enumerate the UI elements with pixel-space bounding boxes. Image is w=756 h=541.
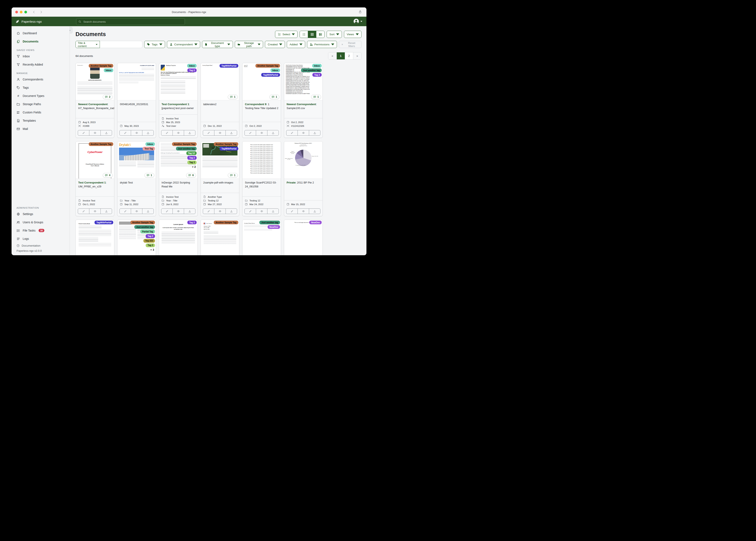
edit-button[interactable] [245,130,256,136]
user-menu[interactable] [353,18,362,24]
tag-chip[interactable]: TagWithPartial [95,221,113,224]
filter-correspondent-button[interactable]: Correspondent [167,41,200,48]
tag-chip[interactable]: Tag 2 [187,156,197,160]
comment-count-badge[interactable]: 1 [144,173,154,178]
filter-created-button[interactable]: Created [265,41,285,48]
search-field-selector[interactable]: Title & content [76,41,100,48]
comment-count-badge[interactable]: 2 [103,95,113,99]
document-title[interactable]: Private: 2011 BP Pie 2 [284,179,322,186]
sidebar-item-document-types[interactable]: #Document Types [12,92,70,100]
sidebar-item-storage-paths[interactable]: Storage Paths [12,100,70,108]
minimize-window-button[interactable] [20,11,22,13]
view-button[interactable] [256,209,267,214]
comment-count-badge[interactable]: 4 [103,173,113,178]
document-preview[interactable]: Another Sample TagTagWithPartial1 [201,142,239,179]
download-button[interactable] [184,209,195,214]
download-button[interactable] [100,130,112,136]
sidebar-collapse-button[interactable]: « [70,27,72,33]
tag-chip[interactable]: Tag 3 [187,161,197,164]
tag-chip[interactable]: Inbox [104,68,113,72]
download-button[interactable] [267,209,279,214]
document-title[interactable]: Test Correspondent 1: [paperless] test p… [159,100,197,111]
edit-button[interactable] [245,209,256,214]
page-«[interactable]: « [328,52,337,59]
document-preview[interactable]: Contact Sheet DemoJust another tagNewOne [242,220,281,255]
view-mode-view-rows[interactable] [316,31,324,38]
views-button[interactable]: Views [344,31,361,38]
view-button[interactable] [89,130,100,136]
edit-button[interactable] [203,130,214,136]
document-preview[interactable]: DrylabNInboxTest Tag1 [117,142,156,179]
tag-chip[interactable]: NewOne [309,221,322,224]
download-button[interactable] [309,130,320,136]
document-title[interactable]: drylab Test [117,179,156,186]
tag-chip[interactable]: Inbox [271,68,280,72]
view-button[interactable] [89,209,100,214]
tag-chip[interactable]: Another Sample Tag [89,64,113,68]
sidebar-item-file-tasks[interactable]: File Tasks16 [12,227,70,235]
sidebar-item-mail[interactable]: Mail [12,125,70,133]
tag-chip[interactable]: Another Sample Tag [214,142,238,146]
comment-count-badge[interactable]: 1 [269,95,279,99]
tag-chip[interactable]: Another Sample Tag [130,221,155,224]
document-preview[interactable]: ✻ BANK OF SCOTLAND2,0 % p. a. auf Ihr Ta… [117,63,156,100]
document-preview[interactable]: Medical TeacherHas the new Kirkpatrick g… [159,63,197,100]
edit-button[interactable] [161,209,172,214]
document-title[interactable]: InDesign 2022 Scripting Read Me [159,179,197,190]
app-brand[interactable]: Paperless-ngx [15,19,42,24]
edit-button[interactable] [78,209,89,214]
documentation-link[interactable]: Documentation [17,244,70,247]
page-»[interactable]: » [353,52,361,59]
comment-count-badge[interactable]: 1 [228,95,238,99]
document-title[interactable]: Correspondent 9: 1 Testing New Title Upd… [242,100,281,111]
comment-count-badge[interactable]: 1 [311,95,321,99]
view-mode-view-list[interactable] [300,31,308,38]
view-button[interactable] [298,130,309,136]
edit-button[interactable] [286,130,298,136]
tag-chip[interactable]: Another Sample Tag [255,64,280,68]
sidebar-item-inbox[interactable]: Inbox [12,52,70,60]
document-preview[interactable]: This is a test for the double space char… [242,142,281,179]
tag-chip[interactable]: Inbox [312,64,322,68]
browser-forward-icon[interactable] [40,11,43,14]
document-preview[interactable]: French Country BreadTagWithPartial [76,220,114,255]
edit-button[interactable] [78,130,89,136]
tag-chip[interactable]: Tag 2 [312,73,322,77]
view-button[interactable] [131,209,142,214]
page-1[interactable]: 1 [337,52,345,59]
tag-chip[interactable]: Tag 222 [143,239,155,243]
document-title[interactable]: Newest Correspondent: H7_Napoleon_Bonapa… [76,100,114,111]
document-preview[interactable]: Lorem ipsumLorem ipsum dolor sit amet, c… [159,220,197,255]
view-button[interactable] [172,209,184,214]
tag-chip[interactable]: Tag 3 [146,244,155,247]
document-preview[interactable]: InDesign Scripting DocumentationAnother … [159,142,197,179]
edit-button[interactable] [120,130,131,136]
view-button[interactable] [256,130,267,136]
tag-chip[interactable]: Partial Tag [140,230,155,234]
download-button[interactable] [142,209,154,214]
sidebar-item-dashboard[interactable]: Dashboard [12,29,70,37]
document-preview[interactable]: Patient BP Distribution 2011Isolated Sys… [284,142,322,179]
sidebar-item-users-groups[interactable]: Users & Groups [12,218,70,227]
view-button[interactable] [172,130,184,136]
filter-document-type-button[interactable]: Document type [202,41,233,48]
edit-button[interactable] [203,209,214,214]
document-preview[interactable]: Country,Region/State,"TagWithPartial1 [201,63,239,100]
document-title[interactable]: Sonstige ScanPC2022 03-24_081058 [242,179,281,190]
tag-chip[interactable]: Test Tag [143,147,155,151]
zoom-window-button[interactable] [24,11,27,13]
tag-chip[interactable]: Tag 2 [187,221,197,224]
sidebar-item-recently-added[interactable]: Recently Added [12,60,70,69]
document-preview[interactable]: Francja pod rzNAPOLEON BONAPARTEAnother … [76,63,114,100]
tag-chip[interactable]: TagWithPartial [220,64,238,68]
sidebar-item-settings[interactable]: Settings [12,210,70,218]
view-button[interactable] [214,130,226,136]
document-title[interactable]: tablerates2 [201,100,239,107]
tag-chip[interactable]: Another Sample Tag [214,221,238,224]
tag-chip[interactable]: Just another tag [176,147,197,151]
view-button[interactable] [214,209,226,214]
document-title[interactable]: Newest Correspondent: Sample100.csv [284,100,322,111]
document-title[interactable]: Test Correspondent 1: UM_PPBE_en_v29 [76,179,114,190]
filter-added-button[interactable]: Added [287,41,305,48]
tag-chip[interactable]: Just another tag [301,68,322,72]
